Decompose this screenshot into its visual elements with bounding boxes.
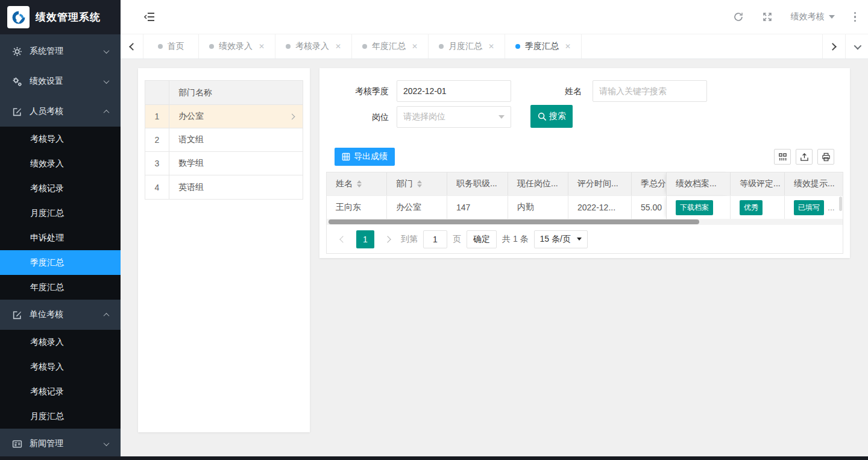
column-header-rank: 职务职级... [447, 172, 508, 195]
sidebar-subitem[interactable]: 考核导入 [0, 127, 121, 151]
column-header-dept[interactable]: 部门 [387, 172, 447, 195]
refresh-icon[interactable] [733, 11, 744, 22]
tabs-scroll-left-button[interactable] [121, 34, 143, 58]
column-header-quarter-total: 季总分 [632, 172, 666, 195]
filter-columns-button[interactable] [774, 149, 791, 165]
row-index: 4 [145, 175, 169, 199]
page-size-value: 15 条/页 [540, 234, 571, 245]
tab-assessment-entry[interactable]: 考核录入 ✕ [275, 34, 352, 58]
table-row[interactable]: 1 办公室 [145, 105, 303, 128]
sidebar-menu: 系统管理 绩效设置 人员考核 考核导入 绩效录入 [0, 34, 121, 459]
sidebar-subitem[interactable]: 绩效录入 [0, 151, 121, 176]
export-scores-button[interactable]: 导出成绩 [335, 148, 395, 166]
edit-icon [12, 310, 22, 320]
search-button[interactable]: 搜索 [530, 105, 573, 128]
sort-icon[interactable] [417, 180, 422, 187]
tab-label: 季度汇总 [525, 41, 559, 52]
tab-monthly-summary[interactable]: 月度汇总 ✕ [429, 34, 505, 58]
column-header-name[interactable]: 姓名 [327, 172, 387, 195]
sidebar-subitem[interactable]: 考核导入 [0, 354, 121, 379]
print-button[interactable] [817, 149, 834, 165]
current-page-badge[interactable]: 1 [356, 230, 374, 248]
sidebar-item-system-mgmt[interactable]: 系统管理 [0, 36, 121, 66]
chevron-left-icon [129, 43, 137, 51]
close-icon[interactable]: ✕ [259, 42, 265, 51]
sort-icon[interactable] [357, 180, 362, 187]
sidebar-item-person-assessment[interactable]: 人员考核 [0, 96, 121, 127]
sidebar-item-news-mgmt[interactable]: 新闻管理 [0, 429, 121, 459]
sidebar-item-label: 人员考核 [30, 106, 63, 117]
user-menu-dropdown[interactable]: 绩效考核 [791, 11, 835, 22]
sidebar-item-label: 新闻管理 [30, 438, 63, 449]
post-label: 岗位 [319, 106, 389, 128]
caret-down-icon [577, 238, 582, 241]
vertical-scrollbar-thumb[interactable] [839, 197, 842, 211]
name-search-input[interactable] [593, 80, 707, 102]
sidebar-item-performance-settings[interactable]: 绩效设置 [0, 66, 121, 96]
tab-label: 绩效录入 [219, 41, 253, 52]
table-row[interactable]: 王向东 办公室 147 内勤 2022-12... 55.00 下载档案 优秀 … [327, 195, 843, 219]
fullscreen-icon[interactable] [762, 11, 773, 22]
chevron-right-icon [289, 113, 295, 119]
sidebar-subitem[interactable]: 考核录入 [0, 330, 121, 354]
sidebar-item-unit-assessment[interactable]: 单位考核 [0, 300, 121, 330]
download-archive-button[interactable]: 下载档案 [676, 200, 713, 215]
quarter-date-input[interactable] [397, 80, 511, 102]
close-icon[interactable]: ✕ [565, 42, 571, 51]
confirm-page-button[interactable]: 确定 [467, 230, 497, 248]
index-column-header [145, 81, 169, 104]
goto-page-input[interactable] [423, 230, 447, 248]
sidebar-subitem[interactable]: 考核记录 [0, 176, 121, 201]
export-file-button[interactable] [796, 149, 813, 165]
table-row[interactable]: 2 语文组 [145, 128, 303, 152]
tabs-menu-button[interactable] [845, 34, 868, 58]
column-header-post: 现任岗位... [508, 172, 568, 195]
tab-annual-summary[interactable]: 年度汇总 ✕ [352, 34, 429, 58]
next-page-button[interactable] [380, 230, 395, 248]
more-vertical-icon[interactable] [853, 11, 858, 24]
department-table-header: 部门名称 [145, 81, 303, 105]
tab-dot-icon [439, 44, 444, 49]
tabbar: 首页 绩效录入 ✕ 考核录入 ✕ 年度汇总 ✕ 月度汇总 ✕ 季度汇总 ✕ [121, 34, 868, 59]
gears-icon [12, 77, 22, 87]
tab-performance-entry[interactable]: 绩效录入 ✕ [199, 34, 275, 58]
sidebar-subitem[interactable]: 年度汇总 [0, 275, 121, 300]
table-row[interactable]: 3 数学组 [145, 152, 303, 175]
sidebar-subitem-active[interactable]: 季度汇总 [0, 250, 121, 275]
tab-dot-icon [286, 44, 291, 49]
page-size-select[interactable]: 15 条/页 [534, 230, 588, 248]
cell-quarter-total: 55.00 [632, 196, 666, 219]
chevron-down-icon [854, 42, 862, 49]
sidebar: 绩效管理系统 系统管理 绩效设置 [0, 0, 121, 460]
page-unit-label: 页 [453, 234, 461, 245]
sidebar-subitem[interactable]: 月度汇总 [0, 201, 121, 225]
submenu-unit-assessment: 考核录入 考核导入 考核记录 月度汇总 [0, 330, 121, 429]
sidebar-subitem[interactable]: 月度汇总 [0, 404, 121, 429]
tab-quarterly-summary[interactable]: 季度汇总 ✕ [505, 34, 582, 58]
app-root: 绩效管理系统 系统管理 绩效设置 [0, 0, 868, 460]
grade-badge-button[interactable]: 优秀 [740, 200, 763, 215]
name-label: 姓名 [521, 80, 582, 102]
collapse-sidebar-button[interactable] [142, 10, 157, 24]
topbar: 绩效考核 [121, 0, 868, 34]
cell-post: 内勤 [508, 196, 568, 219]
prev-page-button[interactable] [335, 230, 351, 248]
quarterly-summary-panel: 考核季度 姓名 岗位 请选择岗位 搜索 导出成绩 [319, 68, 850, 258]
horizontal-scrollbar-thumb[interactable] [329, 219, 699, 224]
table-row[interactable]: 4 英语组 [145, 175, 303, 199]
sidebar-subitem[interactable]: 考核记录 [0, 379, 121, 404]
tab-dot-icon [362, 44, 367, 49]
hint-filled-button[interactable]: 已填写 [794, 200, 824, 215]
tab-dot-icon [209, 44, 214, 49]
department-name: 英语组 [169, 182, 303, 193]
tab-home[interactable]: 首页 [143, 34, 199, 58]
tabs-scroll-right-button[interactable] [822, 34, 845, 58]
total-count-label: 共 1 条 [502, 234, 529, 245]
close-icon[interactable]: ✕ [488, 42, 494, 51]
close-icon[interactable]: ✕ [412, 42, 418, 51]
post-select-placeholder: 请选择岗位 [403, 112, 445, 122]
post-select[interactable]: 请选择岗位 [397, 106, 511, 128]
department-panel: 部门名称 1 办公室 2 语文组 3 数学组 4 英语组 [138, 68, 310, 432]
sidebar-subitem[interactable]: 申诉处理 [0, 225, 121, 250]
close-icon[interactable]: ✕ [335, 42, 341, 51]
